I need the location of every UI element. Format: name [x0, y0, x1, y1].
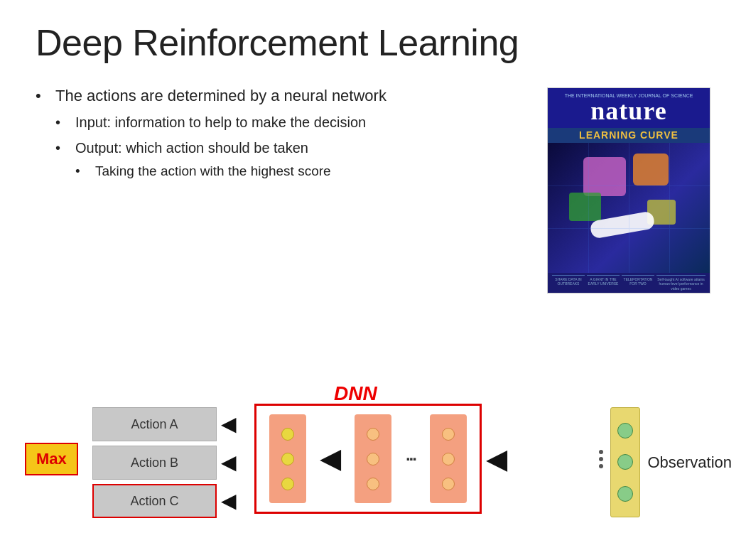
content-area: The actions are determined by a neural n… [36, 84, 710, 294]
main-bullet-list: The actions are determined by a neural n… [36, 84, 533, 182]
obs-node-1 [617, 423, 633, 438]
observation-label: Observation [647, 453, 732, 472]
action-box-b: Action B [92, 446, 217, 480]
bullet-item-1: The actions are determined by a neural n… [36, 84, 533, 182]
dnn-node [281, 453, 294, 465]
dnn-network-box: ◀ ··· [254, 404, 482, 514]
dnn-node [442, 478, 455, 490]
sub-sub-item-1: Taking the action with the highest score [75, 161, 533, 182]
obs-to-dnn-arrow: ◀ [487, 445, 507, 475]
dnn-layer-2 [355, 414, 391, 503]
dnn-node [367, 428, 379, 441]
dnn-layer-3 [430, 414, 467, 503]
obs-node-3 [617, 486, 633, 502]
dnn-ellipsis: ··· [406, 449, 416, 469]
dnn-node [367, 478, 379, 490]
nature-title: nature [553, 98, 704, 124]
dnn-node [442, 453, 455, 465]
sub-item-1: Input: information to help to make the d… [55, 112, 533, 133]
max-label: Max [25, 443, 78, 475]
dnn-node [442, 428, 455, 441]
dnn-node [281, 428, 294, 441]
nature-cover-image: THE INTERNATIONAL WEEKLY JOURNAL OF SCIE… [547, 87, 710, 294]
diagram-area: DNN Max Action A ◀ Action B ◀ Action C [92, 382, 732, 539]
observation-column [610, 407, 640, 517]
sub-item-2: Output: which action should be taken Tak… [55, 137, 533, 182]
obs-node-2 [617, 454, 633, 470]
action-row-a: Action A ◀ [92, 407, 237, 441]
dnn-node [281, 478, 294, 490]
observation-block: Observation [599, 407, 732, 517]
left-content: The actions are determined by a neural n… [36, 84, 533, 294]
dnn-inner-arrow: ◀ [320, 444, 340, 474]
nature-image-area [548, 143, 710, 273]
nature-banner: LEARNING CURVE [548, 128, 710, 143]
arrow-to-a: ◀ [221, 414, 237, 434]
nature-header: THE INTERNATIONAL WEEKLY JOURNAL OF SCIE… [548, 88, 710, 128]
nature-banner-text: LEARNING CURVE [553, 129, 704, 141]
slide-title: Deep Reinforcement Learning [36, 21, 710, 64]
action-row-b: Action B ◀ [92, 446, 237, 480]
dnn-layer-1 [269, 414, 306, 503]
sub-list-1: Input: information to help to make the d… [55, 112, 533, 182]
sub-sub-list-1: Taking the action with the highest score [75, 161, 533, 182]
obs-vertical-dots [599, 450, 603, 468]
arrow-to-c: ◀ [221, 491, 237, 511]
action-row-c: Action C ◀ [92, 484, 237, 518]
nature-footer: SHARE DATA IN OUTBREAKS A GIANT IN THE E… [548, 273, 710, 294]
action-box-a: Action A [92, 407, 217, 441]
arrow-to-b: ◀ [221, 453, 237, 473]
dnn-label: DNN [334, 382, 377, 405]
action-box-c: Action C [92, 484, 217, 518]
slide-container: Deep Reinforcement Learning The actions … [0, 0, 746, 560]
actions-block: Action A ◀ Action B ◀ Action C ◀ [92, 407, 237, 518]
dnn-node [367, 453, 379, 465]
